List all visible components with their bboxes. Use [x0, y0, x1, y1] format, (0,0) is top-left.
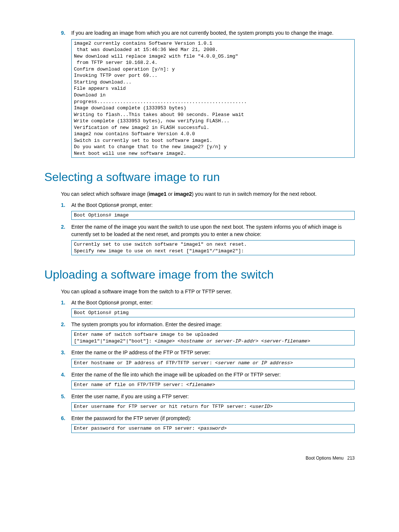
list-number: 5.	[61, 393, 71, 400]
intro-b1: image1	[149, 191, 167, 197]
intro-mid: or	[167, 191, 174, 197]
list-item-6: 6. Enter the password for the FTP server…	[61, 415, 355, 422]
intro-paragraph: You can upload a software image from the…	[61, 288, 355, 296]
code-plain: Enter hostname or IP address of FTP/TFTP…	[74, 360, 215, 366]
heading-selecting: Selecting a software image to run	[44, 169, 355, 185]
heading-uploading: Uploading a software image from the swit…	[44, 266, 355, 283]
list-text: Enter the user name, if you are using a …	[71, 393, 355, 400]
list-number: 1.	[61, 299, 71, 307]
code-ital: <server name or IP address>	[215, 360, 293, 366]
list-item-5: 5. Enter the user name, if you are using…	[61, 393, 355, 400]
list-text: Enter the name of the image you want the…	[71, 224, 355, 238]
list-item-2: 2. The system prompts you for informatio…	[61, 321, 355, 328]
list-item-9: 9. If you are loading an image from whic…	[61, 30, 355, 37]
code-block: Enter name of switch software image to b…	[71, 330, 355, 345]
code-plain: Enter username for FTP server or hit ret…	[74, 404, 250, 409]
intro-pre: You can select which software image (	[61, 191, 149, 197]
list-text: The system prompts you for information. …	[71, 321, 355, 328]
list-number: 6.	[61, 415, 71, 422]
intro-paragraph: You can select which software image (ima…	[61, 191, 355, 198]
code-ital: <password>	[198, 426, 226, 431]
code-block: Boot Options# ptimg	[71, 308, 355, 317]
list-number: 2.	[61, 224, 71, 238]
code-block: Enter password for username on FTP serve…	[71, 424, 355, 433]
list-number: 9.	[61, 30, 71, 37]
list-number: 1.	[61, 202, 71, 209]
code-block: Enter name of file on FTP/TFTP server: <…	[71, 381, 355, 389]
list-text: Enter the name or the IP address of the …	[71, 349, 355, 357]
code-block: Currently set to use switch software "im…	[71, 240, 355, 255]
list-item-1: 1. At the Boot Options# prompt, enter:	[61, 202, 355, 209]
list-text: At the Boot Options# prompt, enter:	[71, 202, 355, 209]
list-number: 2.	[61, 321, 71, 328]
code-plain: Enter password for username on FTP serve…	[74, 426, 198, 431]
list-text: At the Boot Options# prompt, enter:	[71, 299, 355, 307]
list-text: If you are loading an image from which y…	[71, 30, 355, 37]
code-block: Enter username for FTP server or hit ret…	[71, 402, 355, 411]
code-block: image2 currently contains Software Versi…	[71, 39, 355, 158]
code-block: Boot Options# image	[71, 211, 355, 220]
code-plain: Enter name of file on FTP/TFTP server:	[74, 382, 186, 388]
code-ital: <image> <hostname or server-IP-addr> <se…	[154, 338, 310, 344]
list-item-3: 3. Enter the name or the IP address of t…	[61, 349, 355, 357]
list-text: Enter the password for the FTP server (i…	[71, 415, 355, 422]
list-item-1: 1. At the Boot Options# prompt, enter:	[61, 299, 355, 307]
list-text: Enter the name of the file into which th…	[71, 371, 355, 379]
code-ital: <userID>	[250, 404, 273, 409]
code-block: Enter hostname or IP address of FTP/TFTP…	[71, 359, 355, 368]
list-number: 4.	[61, 371, 71, 379]
code-ital: <filename>	[186, 382, 215, 388]
list-item-2: 2. Enter the name of the image you want …	[61, 224, 355, 238]
footer-page: 213	[347, 456, 355, 461]
list-item-4: 4. Enter the name of the file into which…	[61, 371, 355, 379]
intro-post: ) you want to run in switch memory for t…	[192, 191, 317, 197]
list-number: 3.	[61, 349, 71, 357]
intro-b2: image2	[174, 191, 192, 197]
footer-label: Boot Options Menu	[306, 456, 344, 461]
page-footer: Boot Options Menu 213	[44, 455, 355, 461]
